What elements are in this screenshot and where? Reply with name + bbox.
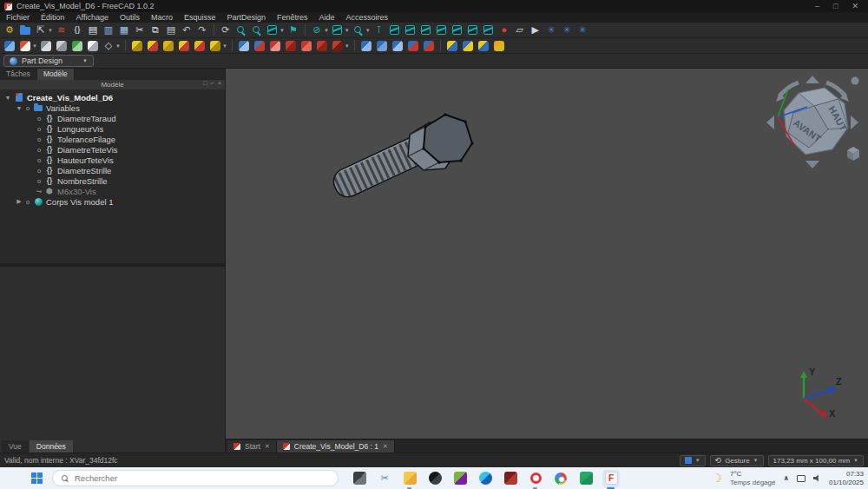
dropdown-arrow-icon[interactable]: ▼ bbox=[345, 28, 350, 33]
tab-vue[interactable]: Vue bbox=[2, 440, 29, 453]
weather-widget[interactable]: 7°C Temps dégagé bbox=[730, 470, 775, 486]
subtractive-pipe-icon[interactable] bbox=[299, 39, 313, 53]
snipping-tool-taskbar-button[interactable]: ✂ bbox=[376, 470, 393, 487]
additive-primitive-icon[interactable] bbox=[208, 39, 222, 53]
search-input[interactable] bbox=[75, 473, 329, 483]
visibility-dot-icon[interactable]: o bbox=[36, 146, 42, 154]
brave-browser-taskbar-button[interactable] bbox=[502, 470, 519, 487]
chrome-browser-taskbar-button[interactable] bbox=[552, 470, 569, 487]
screw-model[interactable] bbox=[328, 98, 489, 204]
refresh-icon[interactable]: ⟳ bbox=[219, 23, 233, 37]
zoom-icon[interactable] bbox=[352, 23, 365, 37]
hole-icon[interactable] bbox=[253, 39, 266, 53]
dropdown-arrow-icon[interactable]: ▼ bbox=[279, 28, 285, 33]
file-explorer-taskbar-button[interactable] bbox=[401, 470, 418, 487]
edit-sketch-icon[interactable] bbox=[39, 39, 53, 53]
opera-browser-taskbar-button[interactable] bbox=[527, 470, 544, 487]
pocket-icon[interactable] bbox=[237, 39, 251, 53]
map-sketch-icon[interactable] bbox=[55, 39, 69, 53]
macro-edit-icon[interactable]: ▱ bbox=[513, 23, 527, 37]
fit-selection-icon[interactable] bbox=[250, 23, 264, 37]
expression-icon[interactable]: {} bbox=[70, 23, 84, 37]
open-document-icon[interactable]: ▥ bbox=[102, 23, 115, 37]
dropdown-arrow-icon[interactable]: ▼ bbox=[48, 28, 53, 33]
additive-helix-icon[interactable] bbox=[193, 39, 207, 53]
menu-macro[interactable]: Macro bbox=[151, 13, 173, 22]
open-folder-icon[interactable] bbox=[18, 23, 32, 37]
redo-icon[interactable]: ↷ bbox=[195, 23, 209, 37]
visibility-dot-icon[interactable]: o bbox=[36, 115, 42, 122]
clock[interactable]: 07:33 01/10/2025 bbox=[829, 470, 864, 486]
datum-icon[interactable]: ◇ bbox=[102, 39, 115, 53]
copy-icon[interactable]: ⧉ bbox=[148, 23, 162, 37]
menu-édition[interactable]: Édition bbox=[41, 13, 65, 22]
visibility-dot-icon[interactable]: o bbox=[36, 135, 42, 143]
export-icon[interactable]: ⇱ bbox=[34, 23, 48, 37]
create-sketch-icon[interactable] bbox=[18, 39, 32, 53]
additive-pipe-icon[interactable] bbox=[177, 39, 191, 53]
measure-icon[interactable]: ⚑ bbox=[286, 23, 300, 37]
freecad-start-icon[interactable]: ⚙ bbox=[3, 23, 16, 37]
menu-accessoires[interactable]: Accessoires bbox=[346, 13, 389, 22]
subtractive-loft-icon[interactable] bbox=[284, 39, 298, 53]
view-isometric-icon[interactable] bbox=[266, 23, 279, 37]
additive-loft-icon[interactable] bbox=[161, 39, 175, 53]
clipping-icon[interactable]: ⊘ bbox=[310, 23, 324, 37]
dropdown-arrow-icon[interactable]: ▼ bbox=[32, 43, 37, 49]
navigation-style-dropdown[interactable]: ⟲ Gesture ▼ bbox=[710, 455, 764, 466]
view-front-icon[interactable] bbox=[404, 23, 418, 37]
revolution-icon[interactable] bbox=[146, 39, 160, 53]
tray-overflow-chevron-icon[interactable]: ∧ bbox=[783, 474, 789, 482]
panel-float-icon[interactable]: □ bbox=[204, 80, 207, 86]
tab-données[interactable]: Données bbox=[30, 440, 73, 453]
cut-icon[interactable]: ✂ bbox=[133, 23, 147, 37]
paste-icon[interactable]: ▤ bbox=[164, 23, 178, 37]
start-button[interactable] bbox=[31, 472, 43, 485]
tree-item-diametretetevis[interactable]: o{}DiametreTeteVis bbox=[0, 144, 225, 155]
new-document-icon[interactable]: ▤ bbox=[86, 23, 100, 37]
close-icon[interactable]: ✕ bbox=[383, 443, 388, 450]
volume-icon[interactable] bbox=[813, 474, 821, 482]
tree-item-diametretaraud[interactable]: o{}DiametreTaraud bbox=[0, 113, 225, 123]
tree-item-diametrestrille[interactable]: o{}DiametreStrille bbox=[0, 165, 225, 175]
fit-all-icon[interactable] bbox=[234, 23, 248, 37]
subtractive-helix-icon[interactable] bbox=[315, 39, 329, 53]
task-view-taskbar-button[interactable] bbox=[351, 470, 368, 487]
visibility-dot-icon[interactable]: o bbox=[36, 156, 42, 164]
view-right-icon[interactable] bbox=[435, 23, 449, 37]
menu-aide[interactable]: Aide bbox=[319, 13, 335, 22]
expand-arrow-icon[interactable]: ▼ bbox=[16, 105, 23, 111]
view-rear-icon[interactable] bbox=[450, 23, 464, 37]
tree-item-m6x30-vis[interactable]: ↪⬢M6x30-Vis bbox=[0, 186, 225, 196]
edge-browser-taskbar-button[interactable] bbox=[477, 470, 494, 487]
menu-fichier[interactable]: Fichier bbox=[6, 13, 30, 22]
close-button[interactable]: ✕ bbox=[852, 2, 858, 10]
menu-outils[interactable]: Outils bbox=[120, 13, 140, 22]
3d-viewport[interactable]: HAUT AVANT Y Z bbox=[226, 69, 868, 439]
theme-color-dropdown[interactable]: ▼ bbox=[680, 455, 706, 466]
green-app-taskbar-button[interactable] bbox=[577, 470, 595, 487]
dropdown-arrow-icon[interactable]: ▼ bbox=[222, 43, 227, 49]
visibility-dot-icon[interactable]: o bbox=[36, 177, 42, 185]
thickness-icon[interactable] bbox=[406, 39, 420, 53]
boolean-compound-icon[interactable] bbox=[492, 39, 506, 53]
boolean-common-icon[interactable] bbox=[477, 39, 490, 53]
dropdown-arrow-icon[interactable]: ▼ bbox=[324, 28, 329, 33]
visibility-dot-icon[interactable]: o bbox=[36, 167, 42, 175]
debug-step-icon[interactable]: ✳ bbox=[575, 23, 589, 37]
visibility-dot-icon[interactable]: o bbox=[25, 198, 30, 206]
boolean-cut-icon[interactable] bbox=[461, 39, 475, 53]
expand-arrow-icon[interactable]: ▼ bbox=[4, 95, 11, 101]
view-home-icon[interactable] bbox=[388, 23, 402, 37]
tree-item-nombrestrille[interactable]: o{}NombreStrille bbox=[0, 175, 225, 186]
groove-icon[interactable] bbox=[268, 39, 282, 53]
tree-item-variables[interactable]: ▼oVariables bbox=[0, 102, 225, 113]
macro-play-icon[interactable]: ▶ bbox=[529, 23, 542, 37]
save-icon[interactable]: ▦ bbox=[117, 23, 131, 37]
draft-icon[interactable] bbox=[391, 39, 404, 53]
panel-undock-icon[interactable]: ⌐ bbox=[211, 80, 214, 86]
boolean-union-icon[interactable] bbox=[445, 39, 459, 53]
tree-item-create_vis_model_d6[interactable]: ▼Create_Vis_Model_D6 bbox=[0, 92, 225, 102]
panel-close-icon[interactable]: × bbox=[218, 80, 221, 86]
dropdown-arrow-icon[interactable]: ▼ bbox=[345, 43, 350, 49]
